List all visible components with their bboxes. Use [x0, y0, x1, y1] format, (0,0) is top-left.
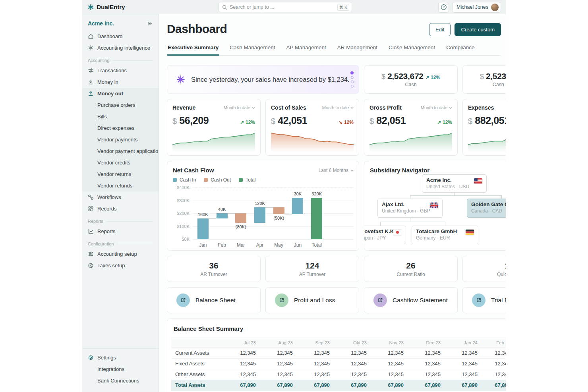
waterfall-bar-total	[311, 198, 322, 239]
period-dropdown[interactable]: Month to date	[224, 105, 255, 110]
column-header: Sep 23	[297, 338, 334, 348]
waterfall-bar-feb	[217, 213, 228, 218]
user-name: Michael Jones	[456, 4, 488, 10]
create-custom-button[interactable]: Create custom	[455, 23, 501, 36]
org-node-acme[interactable]: Acme Inc. United States · USD	[422, 174, 487, 193]
kpi-delta: ↗ 12%	[426, 75, 440, 80]
tab-compliance[interactable]: Compliance	[445, 42, 475, 55]
sidebar-subitem-direct-expenses[interactable]: Direct expenses	[82, 122, 159, 134]
sidebar-item-reports[interactable]: Reports	[82, 226, 159, 237]
column-header: Jul 23	[223, 338, 260, 348]
kpi-value: 2,523,672	[387, 71, 424, 81]
chart-icon	[88, 228, 94, 234]
sidebar-item-accounting-setup[interactable]: Accounting setup	[82, 248, 159, 260]
tab-close-management[interactable]: Close Management	[388, 42, 436, 55]
legend-item-cash-in: Cash In	[173, 177, 196, 183]
svg-text:?: ?	[443, 5, 445, 9]
sidebar-subitem-bills[interactable]: Bills	[82, 111, 159, 122]
carousel-dot[interactable]	[351, 81, 354, 83]
tab-executive-summary[interactable]: Executive Summary	[167, 42, 219, 56]
sidebar-item-records[interactable]: Records	[82, 203, 159, 214]
sidebar-subitem-vendor-returns[interactable]: Vendor returns	[82, 168, 159, 180]
sidebar-item-bank-connections[interactable]: Bank Connections	[82, 375, 159, 386]
currency-sign: $	[480, 73, 484, 81]
table-header-row: Jul 23Aug 23Sep 23Okt 23Nov 23Dec 23Jan …	[171, 338, 506, 348]
column-header: Jan 24	[445, 338, 482, 348]
records-icon	[88, 206, 94, 212]
period-dropdown[interactable]: Month to date	[421, 105, 452, 110]
sparkle-icon	[88, 45, 94, 51]
column-header: Feb 24	[482, 338, 506, 348]
report-link-profit-and-loss[interactable]: Profit and Loss	[265, 287, 359, 313]
insight-banner[interactable]: Since yesterday, your sales have increas…	[167, 65, 359, 94]
org-node-golden-gate[interactable]: Golden Gate Corp. Canada · CAD	[467, 199, 506, 218]
subsidiary-navigator-panel: Subsidiary Navigator Acme Inc. United St…	[364, 161, 506, 251]
cost-of-sales-sparkline	[271, 130, 354, 152]
kpi-card-cash: $ 2,523,672 ↗ 12% Cash	[364, 65, 458, 94]
report-link-cashflow-statement[interactable]: Cashflow Statement	[364, 287, 458, 313]
table-row-fixed-assets: Fixed Assets12,34512,34512,34512,34512,3…	[171, 359, 506, 369]
net-cash-flow-panel: Net Cash Flow Last 6 Months Cash InCash …	[167, 161, 359, 251]
edit-button[interactable]: Edit	[429, 23, 451, 36]
sidebar: Acme Inc. DashboardAccounting intelligen…	[82, 14, 159, 392]
chevron-down-icon	[350, 170, 354, 172]
search-input[interactable]	[230, 4, 337, 10]
sidebar-subitem-vendor-credits[interactable]: Vendor credits	[82, 157, 159, 168]
transfer-icon	[88, 68, 94, 73]
sidebar-item-integrations[interactable]: Integrations	[82, 363, 159, 375]
kpi-value: 2,523,672	[486, 71, 506, 81]
period-dropdown[interactable]: Month to date	[322, 105, 354, 110]
org-node-movefast[interactable]: Movefast K.K. Japan · JPY	[364, 226, 406, 244]
chevron-down-icon	[252, 107, 255, 109]
waterfall-bar-jan	[197, 218, 209, 239]
sidebar-item-transactions[interactable]: Transactions	[82, 65, 159, 76]
kpi-label: Cash	[405, 82, 416, 87]
sidebar-subitem-vendor-refunds[interactable]: Vendor refunds	[82, 180, 159, 191]
brand-name: DualEntry	[97, 4, 125, 11]
carousel-dot[interactable]	[351, 85, 354, 88]
sidebar-subitem-purchase-orders[interactable]: Purchase orders	[82, 99, 159, 111]
panel-title: Subsidiary Navigator	[364, 161, 506, 174]
workflow-icon	[88, 194, 94, 200]
banner-carousel-dots	[350, 71, 354, 88]
sidebar-item-workflows[interactable]: Workflows	[82, 191, 159, 203]
org-node-totalcare[interactable]: Totalcare GmbH Germany · EUR	[412, 226, 478, 244]
sidebar-item-taxes-setup[interactable]: Taxes setup	[82, 260, 159, 271]
collapse-sidebar-icon[interactable]	[147, 21, 153, 27]
org-node-ajax[interactable]: Ajax Ltd. United Kingdom · GBP	[377, 199, 443, 218]
carousel-dot[interactable]	[351, 76, 354, 79]
sidebar-subitem-vendor-payment-applications[interactable]: Vendor payment applications	[82, 145, 159, 157]
chevron-down-icon	[449, 107, 452, 109]
table-row-current-liabilities: Current Liabilities12,34512,34512,34512,…	[171, 391, 506, 392]
column-header: Nov 23	[371, 338, 408, 348]
tab-cash-management[interactable]: Cash Management	[229, 42, 276, 55]
range-dropdown[interactable]: Last 6 Months	[319, 168, 354, 173]
sliders-icon	[88, 251, 94, 257]
sidebar-item-dashboard[interactable]: Dashboard	[82, 31, 159, 42]
gear-icon	[88, 355, 94, 361]
sidebar-subitem-vendor-payments[interactable]: Vendor payments	[82, 134, 159, 145]
legend-item-total: Total	[239, 177, 255, 183]
global-search[interactable]: ⌘ K	[219, 2, 352, 12]
waterfall-bar-may	[273, 207, 284, 214]
sidebar-item-settings[interactable]: Settings	[82, 352, 159, 363]
ratio-card-ar-turnover: 36 AR Turnover	[167, 256, 261, 282]
report-link-trial-balance[interactable]: Trial Balance	[462, 287, 506, 313]
help-button[interactable]: ?	[438, 2, 449, 13]
currency-sign: $	[381, 73, 385, 81]
company-name[interactable]: Acme Inc.	[88, 20, 114, 27]
legend-item-cash-out: Cash Out	[204, 177, 231, 183]
sidebar-item-money-in[interactable]: Money in	[82, 76, 159, 88]
revenue-sparkline	[172, 130, 255, 152]
dualentry-logo-icon	[88, 4, 94, 10]
sidebar-item-money-out[interactable]: Money out	[82, 88, 159, 99]
report-link-balance-sheet[interactable]: Balance Sheet	[167, 287, 261, 313]
chart-legend: Cash InCash OutTotal	[173, 177, 255, 183]
help-icon: ?	[441, 4, 447, 10]
user-menu-button[interactable]: Michael Jones	[452, 2, 501, 13]
tab-ar-management[interactable]: AR Management	[337, 42, 378, 55]
sidebar-item-accounting-intelligence[interactable]: Accounting intelligence	[82, 42, 159, 54]
carousel-dot[interactable]	[350, 71, 354, 75]
tab-ap-management[interactable]: AP Management	[285, 42, 327, 55]
home-icon	[88, 33, 94, 39]
